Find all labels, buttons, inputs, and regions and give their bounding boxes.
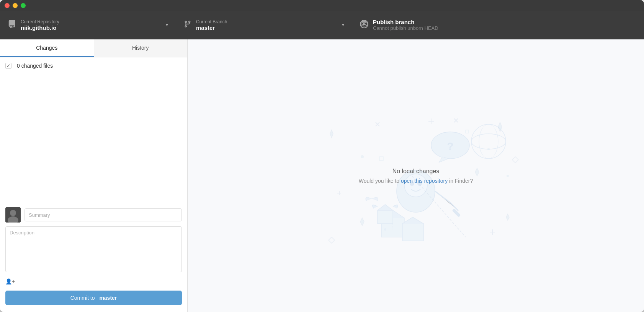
publish-label: Publish branch bbox=[373, 19, 636, 25]
commit-button-prefix: Commit to bbox=[70, 295, 95, 301]
svg-point-18 bbox=[471, 124, 506, 159]
add-person-icon: 👤+ bbox=[5, 278, 15, 284]
publish-icon bbox=[360, 20, 368, 30]
maximize-button[interactable] bbox=[21, 3, 26, 8]
titlebar bbox=[0, 0, 644, 11]
svg-rect-15 bbox=[452, 208, 461, 217]
changed-files-count: 0 changed files bbox=[17, 63, 53, 69]
current-repository-section[interactable]: Current Repository niik.github.io ▾ bbox=[0, 11, 176, 39]
branch-name: master bbox=[196, 24, 337, 31]
publish-branch-section[interactable]: Publish branch Cannot publish unborn HEA… bbox=[352, 11, 644, 39]
svg-rect-9 bbox=[379, 157, 383, 161]
description-textarea[interactable] bbox=[5, 226, 182, 272]
select-all-checkbox[interactable]: ✓ bbox=[5, 63, 11, 69]
svg-rect-10 bbox=[466, 130, 469, 133]
traffic-lights bbox=[5, 3, 26, 8]
svg-point-20 bbox=[479, 124, 498, 159]
tab-history[interactable]: History bbox=[94, 39, 188, 57]
repository-text: Current Repository niik.github.io bbox=[21, 19, 161, 31]
branch-text: Current Branch master bbox=[196, 19, 337, 31]
checkbox-check-icon: ✓ bbox=[7, 63, 10, 68]
svg-text:?: ? bbox=[447, 140, 453, 152]
svg-rect-0 bbox=[10, 22, 14, 23]
repository-label: Current Repository bbox=[21, 19, 161, 24]
main-content: Changes History ✓ 0 changed files bbox=[0, 39, 644, 312]
files-list-area bbox=[0, 74, 187, 202]
svg-rect-22 bbox=[402, 224, 423, 241]
empty-state: No local changes Would you like to open … bbox=[359, 168, 473, 184]
svg-point-8 bbox=[507, 175, 509, 177]
close-button[interactable] bbox=[5, 3, 10, 8]
co-author-row[interactable]: 👤+ bbox=[5, 276, 182, 287]
commit-area: 👤+ Commit to master bbox=[0, 202, 187, 312]
publish-text: Publish branch Cannot publish unborn HEA… bbox=[373, 19, 636, 31]
avatar bbox=[5, 207, 21, 223]
repository-name: niik.github.io bbox=[21, 24, 161, 31]
branch-chevron-icon: ▾ bbox=[342, 22, 344, 28]
minimize-button[interactable] bbox=[13, 3, 18, 8]
app-window: Current Repository niik.github.io ▾ Curr… bbox=[0, 0, 644, 312]
left-panel: Changes History ✓ 0 changed files bbox=[0, 39, 188, 312]
branch-label: Current Branch bbox=[196, 19, 337, 24]
summary-row bbox=[5, 207, 182, 223]
right-panel: ? bbox=[188, 39, 644, 312]
avatar-image bbox=[5, 207, 21, 223]
repository-icon bbox=[8, 20, 16, 30]
changed-files-row: ✓ 0 changed files bbox=[0, 57, 187, 74]
repository-chevron-icon: ▾ bbox=[166, 22, 168, 28]
svg-rect-23 bbox=[378, 210, 393, 224]
toolbar: Current Repository niik.github.io ▾ Curr… bbox=[0, 11, 644, 39]
empty-state-subtitle: Would you like to open this repository i… bbox=[359, 178, 473, 184]
svg-point-5 bbox=[361, 155, 364, 158]
commit-button[interactable]: Commit to master bbox=[5, 291, 182, 305]
open-repository-link[interactable]: open this repository bbox=[401, 178, 448, 184]
empty-state-title: No local changes bbox=[392, 168, 440, 175]
branch-icon bbox=[184, 20, 191, 30]
commit-button-branch: master bbox=[99, 295, 117, 301]
publish-sublabel: Cannot publish unborn HEAD bbox=[373, 25, 636, 31]
current-branch-section[interactable]: Current Branch master ▾ bbox=[176, 11, 352, 39]
summary-input[interactable] bbox=[25, 208, 182, 221]
svg-point-3 bbox=[10, 210, 16, 216]
tabs: Changes History bbox=[0, 39, 187, 57]
tab-changes[interactable]: Changes bbox=[0, 39, 94, 57]
svg-point-19 bbox=[471, 134, 506, 149]
